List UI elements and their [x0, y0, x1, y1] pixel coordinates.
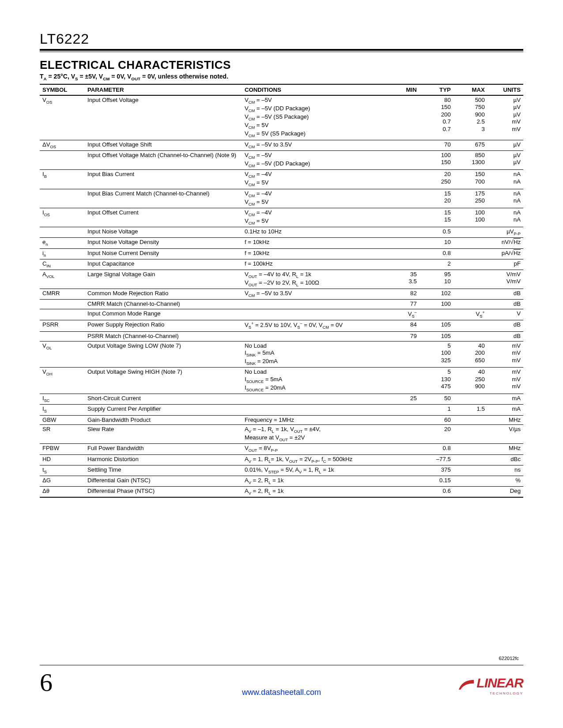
cell-max: 100100	[453, 208, 487, 227]
cell-units: pA/√Hz	[487, 248, 523, 259]
cell-units: µVµV	[487, 150, 523, 169]
cell-parameter: Supply Current Per Amplifier	[85, 405, 242, 415]
cell-typ: 105	[419, 332, 453, 341]
cell-units: dB	[487, 300, 523, 309]
cell-typ: 100150	[419, 150, 453, 169]
cell-min	[385, 368, 419, 394]
cell-parameter: CMRR Match (Channel-to-Channel)	[85, 300, 242, 309]
cell-typ: 1515	[419, 208, 453, 227]
cell-typ: 50	[419, 394, 453, 405]
cell-conditions: 0.1Hz to 10Hz	[242, 227, 385, 238]
cell-symbol: ISC	[40, 394, 85, 405]
cell-units: mVmVmV	[487, 341, 523, 368]
cell-max	[453, 227, 487, 238]
footer-rule	[40, 665, 523, 665]
cell-min	[385, 248, 419, 259]
th-symbol: SYMBOL	[40, 84, 85, 95]
cell-min: 77	[385, 300, 419, 309]
cell-min	[385, 341, 419, 368]
cell-max	[453, 259, 487, 270]
cell-min: 79	[385, 332, 419, 341]
cell-conditions: f = 100kHz	[242, 259, 385, 270]
cell-max	[453, 444, 487, 454]
cell-max	[453, 476, 487, 486]
cell-parameter: Differential Phase (NTSC)	[85, 487, 242, 498]
table-row: enInput Noise Voltage Densityf = 10kHz10…	[40, 238, 523, 248]
cell-conditions: VCM = –4VVCM = 5V	[242, 170, 385, 189]
cell-max: 150700	[453, 170, 487, 189]
cell-symbol: VOL	[40, 341, 85, 368]
cell-conditions: VCM = –4VVCM = 5V	[242, 208, 385, 227]
cell-parameter: Differential Gain (NTSC)	[85, 476, 242, 486]
cell-symbol: VOS	[40, 95, 85, 140]
cell-symbol: en	[40, 238, 85, 248]
cell-min	[385, 170, 419, 189]
cell-typ: –77.5	[419, 454, 453, 465]
cell-units: mA	[487, 405, 523, 415]
cell-min	[385, 208, 419, 227]
cell-min	[385, 227, 419, 238]
cell-parameter: Input Noise Voltage	[85, 227, 242, 238]
cell-conditions: VCM = –5V to 3.5V	[242, 289, 385, 300]
cell-conditions: VOUT = 8VP-P	[242, 444, 385, 454]
table-row: VOHOutput Voltage Swing HIGH (Note 7)No …	[40, 368, 523, 394]
cell-symbol: CMRR	[40, 289, 85, 300]
cell-units: %	[487, 476, 523, 486]
electrical-characteristics-table: SYMBOL PARAMETER CONDITIONS MIN TYP MAX …	[40, 84, 523, 498]
cell-typ: 20	[419, 425, 453, 444]
cell-units: mA	[487, 394, 523, 405]
cell-conditions	[242, 394, 385, 405]
cell-max: 5007509002.53	[453, 95, 487, 140]
cell-max	[453, 300, 487, 309]
th-units: UNITS	[487, 84, 523, 95]
cell-typ: 0.15	[419, 476, 453, 486]
cell-units: MHz	[487, 415, 523, 425]
cell-symbol: GBW	[40, 415, 85, 425]
cell-max	[453, 238, 487, 248]
table-row: FPBWFull Power BandwidthVOUT = 8VP-P0.8M…	[40, 444, 523, 454]
cell-min: 84	[385, 320, 419, 332]
header-rule-thin	[40, 52, 523, 52]
cell-typ: 5130475	[419, 368, 453, 394]
cell-parameter: Input Common Mode Range	[85, 309, 242, 320]
table-row: PSRR Match (Channel-to-Channel)79105dB	[40, 332, 523, 341]
section-title: ELECTRICAL CHARACTERISTICS	[40, 58, 523, 72]
cell-typ: 0.5	[419, 227, 453, 238]
cell-conditions	[242, 300, 385, 309]
cell-parameter: Input Noise Voltage Density	[85, 238, 242, 248]
table-row: Input Noise Voltage0.1Hz to 10Hz0.5µVP-P	[40, 227, 523, 238]
cell-units: nAnA	[487, 189, 523, 208]
cell-conditions: AV = 2, RL = 1k	[242, 487, 385, 498]
cell-min	[385, 405, 419, 415]
cell-symbol: in	[40, 248, 85, 259]
cell-symbol: IOS	[40, 208, 85, 227]
cell-min	[385, 238, 419, 248]
cell-parameter: Short-Circuit Current	[85, 394, 242, 405]
table-row: ISSupply Current Per Amplifier11.5mA	[40, 405, 523, 415]
cell-typ: 801502000.70.7	[419, 95, 453, 140]
table-row: HDHarmonic DistortionAV = 1, RL= 1k, VOU…	[40, 454, 523, 465]
cell-parameter: Input Bias Current	[85, 170, 242, 189]
cell-min	[385, 465, 419, 476]
cell-symbol: IS	[40, 405, 85, 415]
cell-conditions: AV = –1, RL = 1k, VOUT = ±4V,Measure at …	[242, 425, 385, 444]
th-typ: TYP	[419, 84, 453, 95]
table-row: PSRRPower Supply Rejection RatioVS+ = 2.…	[40, 320, 523, 332]
cell-typ: 105	[419, 320, 453, 332]
cell-parameter: Input Noise Current Density	[85, 248, 242, 259]
cell-min	[385, 189, 419, 208]
table-row: VOLOutput Voltage Swing LOW (Note 7)No L…	[40, 341, 523, 368]
cell-max: 40250900	[453, 368, 487, 394]
table-row: AVOLLarge Signal Voltage GainVOUT = –4V …	[40, 270, 523, 289]
part-number: LT6222	[40, 31, 523, 47]
cell-min	[385, 444, 419, 454]
cell-min	[385, 487, 419, 498]
cell-symbol: HD	[40, 454, 85, 465]
cell-typ: 60	[419, 415, 453, 425]
th-max: MAX	[453, 84, 487, 95]
cell-max	[453, 425, 487, 444]
cell-typ: 5100325	[419, 341, 453, 368]
cell-units: ns	[487, 465, 523, 476]
cell-units: dB	[487, 332, 523, 341]
cell-conditions: VS+ = 2.5V to 10V, VS– = 0V, VCM = 0V	[242, 320, 385, 332]
